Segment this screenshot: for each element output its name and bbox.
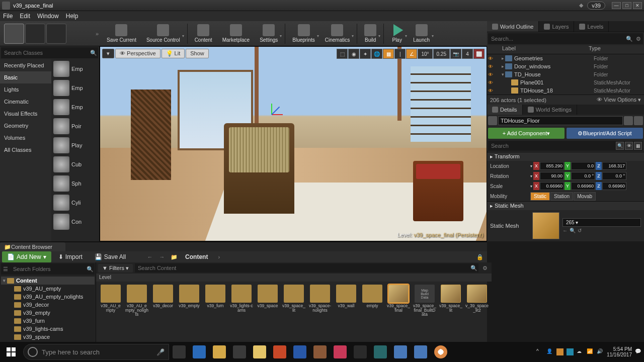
mode-place-icon[interactable] [4,24,24,44]
camera-speed-value[interactable]: 4 [462,49,473,59]
tray-network-icon[interactable]: 📶 [587,348,594,355]
place-item[interactable]: Poir [51,117,99,136]
tray-notifications-icon[interactable]: 💬 [635,348,642,355]
tb-app4-icon[interactable] [411,342,431,362]
menu-edit[interactable]: Edit [20,13,30,20]
cat-geometry[interactable]: Geometry [0,120,51,132]
viewport-options-button[interactable]: ▾ [102,49,114,58]
loc-y-input[interactable] [571,162,595,170]
mic-icon[interactable]: 🎤 [156,348,165,356]
tab-layers[interactable]: Layers [539,21,574,32]
outliner-row[interactable]: 👁 ▾ TD_House Folder [487,70,644,78]
rot-y-input[interactable] [571,172,595,180]
blueprints-button[interactable]: Blueprints▾ [287,22,319,46]
tab-content-browser[interactable]: 📁 Content Browser [0,242,65,251]
asset-item[interactable]: v39_space_lit [439,285,462,312]
place-item[interactable]: Play [51,136,99,155]
cat-volumes[interactable]: Volumes [0,132,51,144]
asset-item[interactable]: v39_AU_empty [99,285,122,312]
tb-store-icon[interactable] [229,342,250,362]
menu-window[interactable]: Window [37,13,59,20]
play-button[interactable]: Play▾ [386,22,408,46]
asset-item[interactable]: v39_furn [204,285,227,308]
mesh-use-icon[interactable]: ← [562,228,568,233]
task-view-icon[interactable] [169,342,189,362]
mode-landscape-icon[interactable] [46,24,66,44]
tree-item[interactable]: v39_lights-cams [1,325,95,333]
game-view-icon[interactable]: ⬚ [337,49,348,59]
tab-details[interactable]: Details [487,105,523,115]
tree-item[interactable]: v39_decor [1,301,95,309]
content-button[interactable]: Content [190,22,217,46]
outliner-row[interactable]: 👁 ▸ Geometries Folder [487,54,644,62]
lit-button[interactable]: 💡 Lit [162,49,185,58]
browse-icon[interactable] [634,116,643,125]
tray-onedrive-icon[interactable]: ☁ [577,348,584,355]
snap-grid-icon[interactable]: ▦ [383,49,394,59]
breadcrumb[interactable]: Content [181,253,212,260]
lock-icon[interactable] [624,116,633,125]
source-control-button[interactable]: Source Control▾ [141,22,185,46]
cat-lights[interactable]: Lights [0,83,51,96]
snap-scale-value[interactable]: 0.25 [433,49,450,59]
filters-button[interactable]: ▼ Filters ▾ [98,264,133,273]
asset-item[interactable]: v39_wall [335,285,358,308]
place-item[interactable]: Emp [51,59,99,78]
asset-item[interactable]: v39_decor [151,285,175,308]
build-button[interactable]: Build▾ [359,22,381,46]
tray-av-icon[interactable] [567,348,574,355]
visibility-icon[interactable]: 👁 [487,80,494,85]
mode-paint-icon[interactable] [25,24,45,44]
asset-item[interactable]: v39_space-nolights [308,285,332,312]
folder-icon[interactable]: 📁 [169,254,179,260]
nav-fwd-icon[interactable]: → [157,254,167,260]
loc-z-input[interactable] [602,162,626,170]
outliner-row[interactable]: 👁 TDHouse_18 StaticMeshActor [487,86,644,95]
section-static-mesh[interactable]: ▸ Static Mesh [487,201,644,210]
taskbar-search[interactable]: Type here to search 🎤 [23,344,169,360]
expand-icon[interactable]: ▾ [500,72,505,77]
tb-powerpoint-icon[interactable] [270,342,290,362]
scale-y-input[interactable] [571,182,595,190]
search-classes-input[interactable]: 🔍 [1,47,98,58]
tree-item[interactable]: v39_empty [1,309,95,317]
place-item[interactable]: Con [51,212,99,231]
close-button[interactable]: ✕ [633,2,642,9]
tb-word-icon[interactable] [290,342,310,362]
maximize-button[interactable]: □ [622,2,631,9]
tb-app2-icon[interactable] [330,342,350,362]
tab-levels[interactable]: Levels [574,21,609,32]
mobility-stationary[interactable]: Station [550,192,573,201]
minimize-button[interactable]: — [612,2,621,9]
snap-grid-value[interactable]: | [394,49,406,59]
snap-angle-value[interactable]: 10° [418,49,432,59]
visibility-icon[interactable]: 👁 [487,72,494,77]
tree-item[interactable]: v39_AU_empty [1,285,95,293]
mesh-selector[interactable]: 265 ▾ [562,218,641,227]
asset-item[interactable]: v39_AU_empty_nolights [125,285,148,317]
snap-angle-icon[interactable]: ∠ [406,49,417,59]
asset-item[interactable]: empty [361,285,384,308]
modes-expand-icon[interactable]: » [96,31,99,37]
nav-back-icon[interactable]: ← [145,254,155,260]
menu-help[interactable]: Help [66,13,78,20]
tree-item[interactable]: v39_AU_empty_nolights [1,293,95,301]
tb-app1-icon[interactable] [310,342,330,362]
cat-recently-placed[interactable]: Recently Placed [0,59,51,71]
asset-item[interactable]: v39_lights-cams [230,285,253,312]
mobility-static[interactable]: Static [530,192,550,201]
settings-button[interactable]: Settings▾ [255,22,283,46]
perspective-button[interactable]: 👁 Perspective [115,49,160,58]
outliner-tree[interactable]: 👁 ▸ Geometries Folder👁 ▸ Door_windows Fo… [487,54,644,95]
visibility-icon[interactable]: 👁 [487,56,494,61]
asset-item[interactable]: v39_space_lit [282,285,305,312]
menu-file[interactable]: File [3,13,13,20]
tb-folder-icon[interactable] [250,342,270,362]
import-button[interactable]: ⬇ Import [53,251,88,262]
grid-icon[interactable]: ▦ [634,142,642,150]
tb-3dsmax-icon[interactable] [370,342,390,362]
tb-chrome-icon[interactable] [431,342,451,362]
outliner-search[interactable]: 🔍 ⚙ [488,33,643,44]
tab-world-outliner[interactable]: World Outline [487,21,539,32]
visibility-icon[interactable]: 👁 [487,88,494,94]
